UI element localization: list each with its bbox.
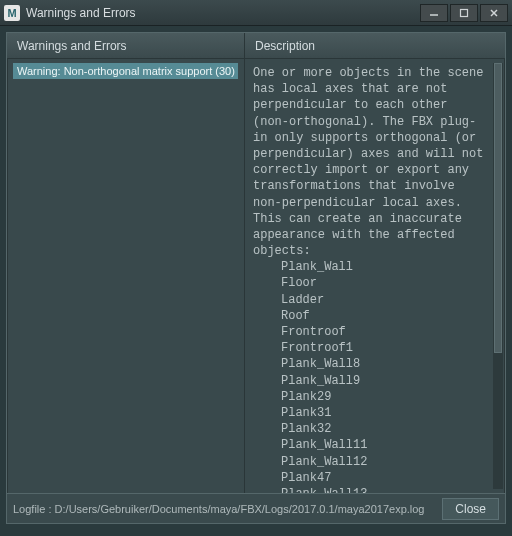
svg-rect-1 <box>461 9 468 16</box>
affected-object: Ladder <box>253 292 489 308</box>
minimize-button[interactable] <box>420 4 448 22</box>
close-button[interactable]: Close <box>442 498 499 520</box>
scrollbar-vertical[interactable] <box>493 63 503 489</box>
warnings-panel: Warnings and Errors Warning: Non-orthogo… <box>7 33 245 493</box>
affected-object: Plank32 <box>253 421 489 437</box>
affected-object: Frontroof <box>253 324 489 340</box>
panels: Warnings and Errors Warning: Non-orthogo… <box>7 33 505 493</box>
app-icon: M <box>4 5 20 21</box>
affected-object: Frontroof1 <box>253 340 489 356</box>
window-buttons <box>418 4 508 22</box>
affected-object: Plank_Wall9 <box>253 373 489 389</box>
affected-object: Plank31 <box>253 405 489 421</box>
affected-object: Floor <box>253 275 489 291</box>
dialog-body: Warnings and Errors Warning: Non-orthogo… <box>6 32 506 524</box>
description-paragraph: One or more objects in the scene has loc… <box>253 66 491 258</box>
affected-object: Plank_Wall13 <box>253 486 489 493</box>
affected-objects-list: Plank_WallFloorLadderRoofFrontroofFrontr… <box>253 259 489 493</box>
affected-object: Plank_Wall12 <box>253 454 489 470</box>
affected-object: Plank47 <box>253 470 489 486</box>
affected-object: Plank_Wall <box>253 259 489 275</box>
logfile-path: Logfile : D:/Users/Gebruiker/Documents/m… <box>13 503 434 515</box>
description-panel: Description One or more objects in the s… <box>245 33 505 493</box>
warnings-header: Warnings and Errors <box>7 33 244 59</box>
description-body: One or more objects in the scene has loc… <box>245 59 505 493</box>
maximize-button[interactable] <box>450 4 478 22</box>
warning-item[interactable]: Warning: Non-orthogonal matrix support (… <box>13 63 238 79</box>
close-window-button[interactable] <box>480 4 508 22</box>
footer: Logfile : D:/Users/Gebruiker/Documents/m… <box>7 493 505 523</box>
affected-object: Roof <box>253 308 489 324</box>
description-header: Description <box>245 33 505 59</box>
description-text: One or more objects in the scene has loc… <box>245 59 505 493</box>
titlebar: M Warnings and Errors <box>0 0 512 26</box>
warnings-list: Warning: Non-orthogonal matrix support (… <box>7 59 244 493</box>
window-title: Warnings and Errors <box>26 6 418 20</box>
affected-object: Plank29 <box>253 389 489 405</box>
affected-object: Plank_Wall11 <box>253 437 489 453</box>
affected-object: Plank_Wall8 <box>253 356 489 372</box>
scroll-thumb[interactable] <box>494 63 502 353</box>
